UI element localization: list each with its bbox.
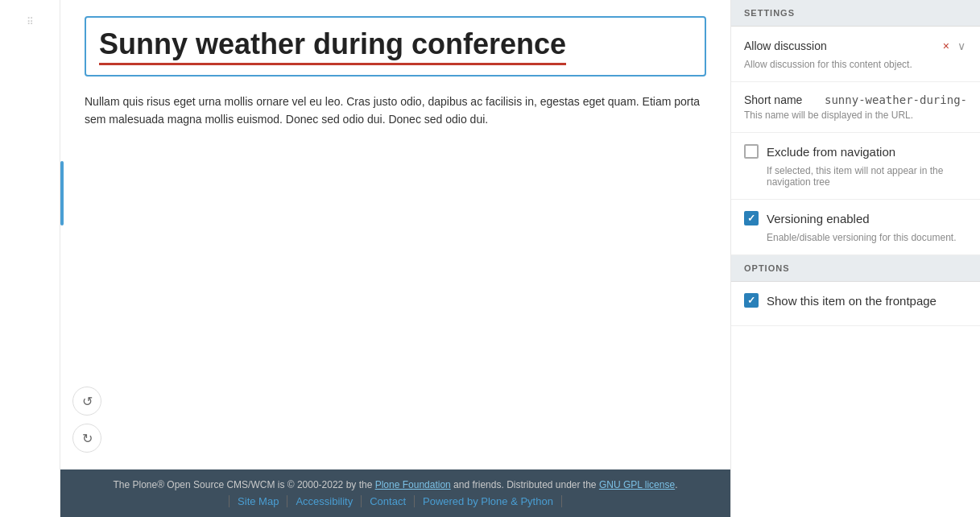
exclude-navigation-field: Exclude from navigation If selected, thi… bbox=[731, 133, 980, 200]
settings-header: SETTINGS bbox=[731, 0, 980, 27]
short-name-description: This name will be displayed in the URL. bbox=[744, 110, 967, 121]
footer-links: Site Map Accessibility Contact Powered b… bbox=[76, 495, 714, 507]
allow-discussion-label: Allow discussion bbox=[744, 39, 827, 52]
title-block[interactable]: Sunny weather during conference bbox=[85, 16, 706, 77]
undo-button[interactable]: ↺ bbox=[72, 387, 101, 416]
short-name-field: Short name sunny-weather-during- This na… bbox=[731, 82, 980, 133]
left-sidebar: ⠿ bbox=[0, 0, 60, 517]
redo-button[interactable]: ↻ bbox=[72, 424, 101, 453]
action-buttons: ↺ ↻ bbox=[72, 387, 101, 453]
versioning-description: Enable/disable versioning for this docum… bbox=[744, 232, 967, 243]
allow-discussion-description: Allow discussion for this content object… bbox=[744, 59, 967, 70]
exclude-navigation-description: If selected, this item will not appear i… bbox=[744, 165, 967, 188]
short-name-value[interactable]: sunny-weather-during- bbox=[825, 93, 967, 106]
drag-handle-icon: ⠿ bbox=[27, 16, 34, 27]
footer-copyright: The Plone® Open Source CMS/WCM is © 2000… bbox=[76, 479, 714, 490]
body-text: Nullam quis risus eget urna mollis ornar… bbox=[85, 93, 706, 129]
versioning-field: Versioning enabled Enable/disable versio… bbox=[731, 200, 980, 255]
show-frontpage-field: Show this item on the frontpage bbox=[731, 282, 980, 326]
allow-discussion-clear-button[interactable]: × bbox=[941, 38, 951, 54]
footer-plone-link[interactable]: Powered by Plone & Python bbox=[415, 495, 562, 507]
footer-bar: The Plone® Open Source CMS/WCM is © 2000… bbox=[60, 469, 730, 517]
short-name-label: Short name bbox=[744, 93, 802, 106]
right-sidebar: SETTINGS Allow discussion × ∨ Allow disc… bbox=[730, 0, 980, 517]
versioning-checkbox[interactable] bbox=[744, 211, 759, 225]
main-content: Sunny weather during conference Nullam q… bbox=[60, 0, 730, 517]
footer-sitemap-link[interactable]: Site Map bbox=[229, 495, 287, 507]
footer-accessibility-link[interactable]: Accessibility bbox=[287, 495, 362, 507]
footer-contact-link[interactable]: Contact bbox=[362, 495, 415, 507]
field-actions: × ∨ bbox=[941, 38, 967, 54]
page-title: Sunny weather during conference bbox=[99, 27, 566, 65]
license-link[interactable]: GNU GPL license bbox=[599, 479, 675, 490]
exclude-navigation-label: Exclude from navigation bbox=[767, 145, 895, 159]
exclude-navigation-checkbox[interactable] bbox=[744, 144, 759, 159]
allow-discussion-field: Allow discussion × ∨ Allow discussion fo… bbox=[731, 27, 980, 82]
show-frontpage-checkbox[interactable] bbox=[744, 293, 759, 308]
show-frontpage-label: Show this item on the frontpage bbox=[767, 294, 937, 308]
plone-foundation-link[interactable]: Plone Foundation bbox=[375, 479, 451, 490]
allow-discussion-expand-button[interactable]: ∨ bbox=[956, 38, 967, 54]
versioning-label: Versioning enabled bbox=[767, 212, 870, 225]
options-header: OPTIONS bbox=[731, 255, 980, 282]
